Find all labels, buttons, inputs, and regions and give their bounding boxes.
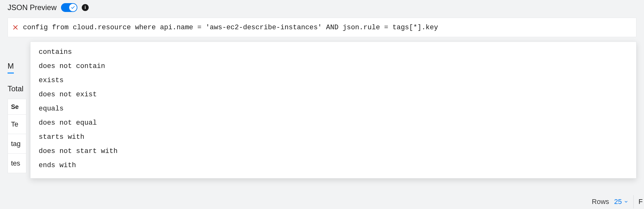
autocomplete-item[interactable]: ends with xyxy=(31,158,636,172)
rql-query-input[interactable]: config from cloud.resource where api.nam… xyxy=(8,18,636,37)
results-column-header[interactable]: Se xyxy=(8,99,26,115)
check-icon xyxy=(71,5,75,10)
autocomplete-item[interactable]: starts with xyxy=(31,130,636,144)
toggle-knob xyxy=(69,4,77,11)
json-preview-toggle[interactable] xyxy=(61,3,77,12)
info-icon[interactable]: i xyxy=(82,4,89,11)
autocomplete-item[interactable]: equals xyxy=(31,102,636,116)
rql-query-text: config from cloud.resource where api.nam… xyxy=(23,24,438,31)
rows-per-page-select[interactable]: 25 xyxy=(614,198,628,206)
autocomplete-dropdown: contains does not contain exists does no… xyxy=(30,42,636,178)
json-preview-title: JSON Preview xyxy=(8,3,57,12)
pagination-fragment: F xyxy=(639,198,643,206)
results-tab[interactable]: M xyxy=(8,62,14,74)
footer-divider xyxy=(633,195,634,208)
table-row[interactable]: Te xyxy=(8,115,26,134)
table-row[interactable]: tes xyxy=(8,154,26,173)
autocomplete-item[interactable]: does not start with xyxy=(31,144,636,158)
clear-query-icon[interactable] xyxy=(12,24,19,31)
autocomplete-item[interactable]: exists xyxy=(31,73,636,88)
rows-per-page-label: Rows xyxy=(592,198,609,206)
chevron-down-icon xyxy=(624,200,628,204)
autocomplete-item[interactable]: does not equal xyxy=(31,116,636,130)
autocomplete-item[interactable]: contains xyxy=(31,45,636,59)
autocomplete-item[interactable]: does not contain xyxy=(31,59,636,73)
info-icon-glyph: i xyxy=(85,5,86,10)
table-row[interactable]: tag xyxy=(8,134,26,154)
rows-per-page-value: 25 xyxy=(614,198,622,206)
autocomplete-item[interactable]: does not exist xyxy=(31,88,636,102)
